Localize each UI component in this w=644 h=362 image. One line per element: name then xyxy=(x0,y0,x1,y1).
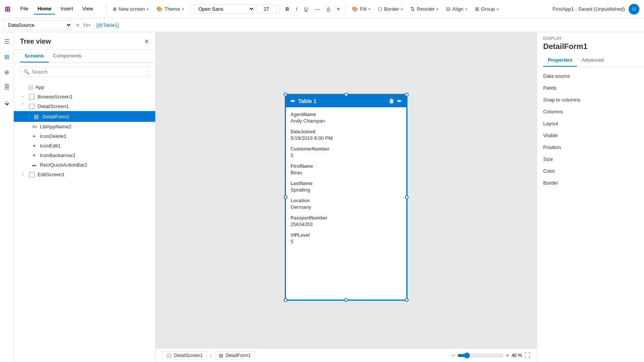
align2-icon: ⊟ xyxy=(446,6,450,12)
group-button[interactable]: ⊞ Group ▾ xyxy=(472,4,502,14)
expand-browse[interactable]: › xyxy=(20,95,26,99)
fill-icon: 🎨 xyxy=(352,6,358,12)
expand-button[interactable]: ⛶ xyxy=(524,352,531,359)
form-field-passportnumber: PassportNumber 25634353 xyxy=(291,215,402,227)
sidebar-treeview-icon[interactable]: ⊞ xyxy=(1,51,13,63)
handle-ml[interactable] xyxy=(284,195,288,199)
field-value-lastname: Spratling xyxy=(291,187,402,193)
display-label: DISPLAY xyxy=(543,36,638,41)
prop-border[interactable]: Border xyxy=(537,177,644,189)
statusbar-tab-detailscreen1[interactable]: ⬜ DetailScreen1 xyxy=(162,351,207,360)
handle-mr[interactable] xyxy=(405,195,409,199)
nav-insert[interactable]: Insert xyxy=(57,3,77,15)
app-icon: ⬜ xyxy=(28,85,34,90)
tree-item-detailform1[interactable]: › ▤ DetailForm1 ··· xyxy=(14,111,155,122)
reorder-button[interactable]: ⇅ Reorder ▾ xyxy=(407,4,442,14)
sidebar-menu-icon[interactable]: ☰ xyxy=(1,35,13,48)
main-area: ☰ ⊞ ⊕ 🗄 ⬙ Tree view ✕ Screens Components… xyxy=(0,32,644,362)
sidebar-data-icon[interactable]: 🗄 xyxy=(1,81,13,93)
expand-detail[interactable]: › xyxy=(21,103,25,110)
treeview-tab-screens[interactable]: Screens xyxy=(20,50,49,62)
fontcolor-button[interactable]: A xyxy=(324,5,333,13)
new-screen-button[interactable]: ⊕ New screen ▾ xyxy=(110,4,152,14)
tree-item-detailscreen1[interactable]: › DetailScreen1 xyxy=(14,102,155,111)
handle-bl[interactable] xyxy=(284,298,288,302)
user-avatar[interactable]: U xyxy=(629,4,639,15)
handle-bm[interactable] xyxy=(344,298,348,302)
font-selector[interactable]: Open Sans xyxy=(194,4,255,14)
canvas-area[interactable]: ✏ Table 1 🗑 ✏ AgentName Andy Champan Dat… xyxy=(156,32,537,362)
panel-tab-advanced[interactable]: Advanced xyxy=(577,54,608,67)
handle-tl[interactable] xyxy=(284,93,288,97)
treeview-content: ⬜ App › BrowseScreen1 › DetailScreen1 › … xyxy=(14,81,155,362)
handle-br[interactable] xyxy=(405,298,409,302)
prop-color[interactable]: Color xyxy=(537,165,644,177)
checkbox-editscreen1 xyxy=(29,172,34,177)
prop-label-datasource: Data source xyxy=(543,73,570,79)
zoom-in-button[interactable]: + xyxy=(506,352,509,359)
tree-item-editscreen1[interactable]: › EditScreen1 xyxy=(14,170,155,179)
prop-label-position: Position xyxy=(543,144,561,150)
prop-label-visible: Visible xyxy=(543,133,558,138)
handle-tr[interactable] xyxy=(405,93,409,97)
table-pencil-icon[interactable]: ✏ xyxy=(397,98,402,104)
tree-item-icondelete1[interactable]: ✦ IconDelete1 xyxy=(14,131,155,141)
treeview-close-button[interactable]: ✕ xyxy=(144,38,149,45)
prop-position[interactable]: Position xyxy=(537,141,644,153)
tree-item-iconbackarrow1[interactable]: ✦ IconBackarrow1 xyxy=(14,151,155,160)
fill-button[interactable]: 🎨 Fill ▾ xyxy=(349,4,373,14)
statusbar: ⬜ DetailScreen1 › ▤ DetailForm1 − + 40 %… xyxy=(156,348,537,362)
prop-datasource[interactable]: Data source xyxy=(537,70,644,82)
form-content: AgentName Andy Champan DateJoined 5/19/2… xyxy=(286,107,406,296)
bold-button[interactable]: B xyxy=(283,5,292,13)
prop-snap[interactable]: Snap to columns xyxy=(537,94,644,106)
more-options-detailform1[interactable]: ··· xyxy=(141,113,149,120)
tree-item-iconedit1[interactable]: ✦ IconEdit1 xyxy=(14,141,155,151)
group-caret: ▾ xyxy=(497,7,499,11)
prop-columns[interactable]: Columns xyxy=(537,106,644,118)
field-value-firstname: Beau xyxy=(291,170,402,175)
table-edit-icon[interactable]: ✏ xyxy=(291,98,295,104)
tree-item-lblappname2[interactable]: Aa LblAppName2 xyxy=(14,122,155,131)
italic-button[interactable]: I xyxy=(293,5,300,13)
prop-size[interactable]: Size xyxy=(537,153,644,165)
formula-input[interactable]: [@Table1] xyxy=(93,21,641,29)
statusbar-tab-detailform1[interactable]: ▤ DetailForm1 xyxy=(215,351,255,360)
panel-tab-properties[interactable]: Properties xyxy=(543,54,577,67)
property-selector[interactable]: DataSource xyxy=(3,20,72,30)
search-input[interactable] xyxy=(32,69,146,75)
border-button[interactable]: ⬡ Border ▾ xyxy=(375,4,406,14)
prop-fields[interactable]: Fields xyxy=(537,82,644,94)
zoom-out-button[interactable]: − xyxy=(452,352,455,359)
theme-button[interactable]: 🎨 Theme ▾ xyxy=(153,4,187,14)
treeview-tab-components[interactable]: Components xyxy=(49,50,86,62)
table-header: ✏ Table 1 🗑 ✏ xyxy=(286,95,406,107)
prop-layout[interactable]: Layout xyxy=(537,118,644,129)
nav-view[interactable]: View xyxy=(79,3,97,15)
handle-tm[interactable] xyxy=(344,93,348,97)
underline-button[interactable]: U xyxy=(302,5,310,13)
align-button[interactable]: ≡ xyxy=(334,5,343,13)
prop-visible[interactable]: Visible xyxy=(537,129,644,141)
sidebar-media-icon[interactable]: ⬙ xyxy=(1,97,13,109)
tree-item-app[interactable]: ⬜ App xyxy=(14,82,155,92)
tree-item-rectquickactionbar2[interactable]: ▬ RectQuickActionBar2 xyxy=(14,160,155,170)
expand-editscreen[interactable]: › xyxy=(20,172,26,177)
statusbar-label-detailform1: DetailForm1 xyxy=(225,353,250,358)
expand-detailform[interactable]: › xyxy=(26,115,32,119)
tree-label-app: App xyxy=(35,84,149,90)
screen-icon-status: ⬜ xyxy=(166,353,172,358)
font-size-input[interactable] xyxy=(256,5,276,13)
form-icon-status: ▤ xyxy=(219,353,223,358)
sidebar-add-icon[interactable]: ⊕ xyxy=(1,66,13,78)
icon-edit-type-icon: ✦ xyxy=(32,143,38,149)
align2-button[interactable]: ⊟ Align ▾ xyxy=(443,4,470,14)
table-delete-icon[interactable]: 🗑 xyxy=(389,98,394,104)
tree-item-browsescreen1[interactable]: › BrowseScreen1 xyxy=(14,92,155,102)
zoom-slider[interactable] xyxy=(457,352,503,359)
form-icon: ▤ xyxy=(34,113,39,120)
topbar: ⊞ File Home Insert View ⊕ New screen ▾ 🎨… xyxy=(0,0,644,18)
nav-home[interactable]: Home xyxy=(34,3,55,15)
nav-file[interactable]: File xyxy=(16,3,32,15)
strikethrough-button[interactable]: — xyxy=(312,5,322,13)
